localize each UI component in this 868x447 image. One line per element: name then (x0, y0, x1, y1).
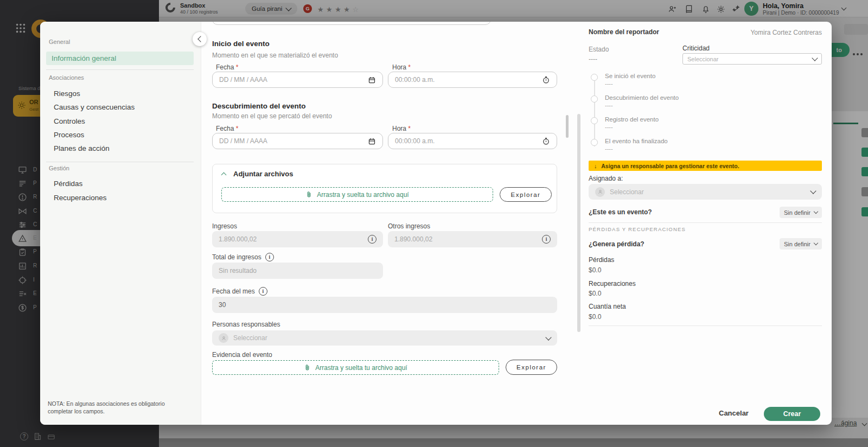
fecha-label: Fecha * (216, 63, 238, 71)
sidebar-item-riesgos[interactable]: Riesgos (54, 90, 80, 98)
criticidad-select[interactable]: Seleccionar (682, 53, 822, 65)
hora-placeholder: 00:00:00 a.m. (395, 137, 542, 145)
paperclip-icon (305, 191, 312, 198)
section-label-gestion: Gestión (49, 165, 69, 171)
form-scrollbar[interactable] (566, 115, 569, 138)
timeline-value: ---- (605, 102, 613, 108)
descubrimiento-subtitle: Momento en el que se percató del evento (212, 112, 332, 120)
sidebar-item-planes[interactable]: Planes de acción (54, 144, 110, 152)
asignado-label: Asignado a: (589, 175, 623, 182)
calendar-icon[interactable] (368, 137, 376, 145)
reporter-name: Yomira Cortez Contreras (681, 29, 822, 36)
arrow-down-icon: ↓ (594, 163, 597, 169)
collapse-section-icon[interactable] (221, 173, 227, 178)
required-marker: * (408, 63, 411, 71)
descubrimiento-fecha-input[interactable]: DD / MM / AAAA (212, 133, 383, 149)
descubrimiento-title: Descubrimiento del evento (212, 102, 306, 110)
ingresos-input: 1.890.000,02 (212, 231, 383, 247)
inicio-fecha-input[interactable]: DD / MM / AAAA (212, 72, 383, 88)
chevron-down-icon (545, 334, 551, 340)
hora-placeholder: 00:00:00 a.m. (395, 76, 542, 84)
cancel-button[interactable]: Cancelar (719, 409, 749, 417)
estado-value: ---- (589, 55, 597, 63)
chevron-down-icon (812, 55, 818, 61)
perdidas-section-header: PÉRDIDAS Y RECUPERACIONES (589, 226, 686, 232)
info-icon[interactable] (542, 235, 551, 244)
divider (46, 162, 194, 162)
chevron-down-icon (814, 241, 818, 245)
sidebar-item-controles[interactable]: Controles (54, 117, 85, 125)
summary-panel: Nombre del reportador Yomira Cortez Cont… (572, 22, 832, 425)
total-ingresos-value: Sin resultado (219, 267, 376, 274)
sidebar-item-label: Información general (52, 54, 116, 62)
chevron-down-icon (814, 209, 818, 214)
timeline-dot (591, 74, 598, 81)
total-ingresos-label: Total de ingresos (212, 253, 274, 261)
calendar-icon[interactable] (368, 76, 376, 84)
divider (589, 222, 822, 223)
timeline-value: ---- (605, 80, 613, 87)
timeline-title: Descubrimiento del evento (605, 94, 679, 101)
fecha-mes-input: 30 (212, 297, 557, 313)
timeline-dot (591, 95, 598, 103)
required-marker: * (236, 63, 239, 71)
assign-banner: ↓ Asigna un responsable para gestionar e… (589, 161, 822, 171)
create-button-label: Crear (783, 410, 801, 418)
clock-icon[interactable] (542, 76, 550, 84)
sidebar-item-recuperaciones[interactable]: Recuperaciones (54, 194, 107, 202)
es-evento-label: ¿Este es un evento? (589, 208, 652, 216)
adjuntar-dropzone[interactable]: Arrastra y suelta tu archivo aquí (221, 187, 493, 202)
sidebar-item-causas[interactable]: Causas y consecuencias (54, 103, 135, 111)
evidencia-dropzone[interactable]: Arrastra y suelta tu archivo aquí (212, 360, 499, 375)
timeline-title: Se inició el evento (605, 73, 655, 79)
fecha-placeholder: DD / MM / AAAA (219, 137, 368, 145)
create-button[interactable]: Crear (764, 407, 820, 421)
asignado-select[interactable]: Seleccionar (589, 184, 822, 200)
fecha-label: Fecha * (216, 125, 238, 132)
personas-placeholder: Seleccionar (233, 334, 541, 342)
personas-select[interactable]: Seleccionar (212, 330, 557, 346)
panel-scrollbar[interactable] (577, 114, 580, 332)
sidebar-item-perdidas[interactable]: Pérdidas (54, 180, 82, 188)
explorar-button[interactable]: Explorar (500, 187, 552, 202)
timeline-dot (591, 139, 598, 146)
clock-icon[interactable] (542, 137, 550, 145)
screen: Sistema d OR Gest D P R C C E P R I E (0, 0, 868, 447)
otros-ingresos-value: 1.890.000,02 (394, 235, 542, 243)
perdidas-label: Pérdidas (589, 256, 614, 264)
ingresos-label: Ingresos (212, 222, 237, 230)
es-evento-select[interactable]: Sin definir (780, 207, 822, 218)
explorar-label: Explorar (511, 191, 541, 198)
total-ingresos-input: Sin resultado (212, 263, 383, 279)
info-icon[interactable] (259, 287, 267, 296)
person-icon (219, 333, 228, 343)
info-icon[interactable] (265, 253, 274, 261)
sidebar-item-informacion-general[interactable]: Información general (46, 52, 194, 65)
descubrimiento-hora-input[interactable]: 00:00:00 a.m. (388, 133, 557, 149)
fecha-placeholder: DD / MM / AAAA (219, 76, 368, 84)
reporter-label: Nombre del reportador (589, 28, 659, 36)
info-icon[interactable] (368, 235, 376, 244)
divider (46, 69, 194, 70)
adjuntar-title: Adjuntar archivos (233, 170, 293, 178)
asignado-placeholder: Seleccionar (610, 188, 806, 196)
required-marker: * (236, 125, 239, 132)
event-name-field-cutoff[interactable] (212, 22, 491, 25)
genera-perdida-value: Sin definir (784, 241, 810, 247)
otros-ingresos-label: Otros ingresos (388, 222, 430, 230)
genera-perdida-select[interactable]: Sin definir (780, 238, 822, 250)
hora-label: Hora * (392, 63, 411, 71)
recuperaciones-value: $0.0 (589, 290, 601, 297)
person-icon (595, 187, 605, 197)
explorar-button[interactable]: Explorar (506, 360, 557, 375)
timeline-title: El evento ha finalizado (605, 138, 668, 144)
cuantia-value: $0.0 (589, 313, 601, 321)
evidencia-label: Evidencia del evento (212, 351, 272, 359)
chevron-down-icon (810, 188, 816, 194)
sidebar-item-procesos[interactable]: Procesos (54, 131, 84, 139)
inicio-hora-input[interactable]: 00:00:00 a.m. (388, 72, 557, 88)
timeline-title: Registro del evento (605, 116, 659, 123)
event-modal: General Información general Asociaciones… (40, 22, 832, 425)
estado-label: Estado (589, 46, 609, 53)
divider (589, 325, 822, 326)
